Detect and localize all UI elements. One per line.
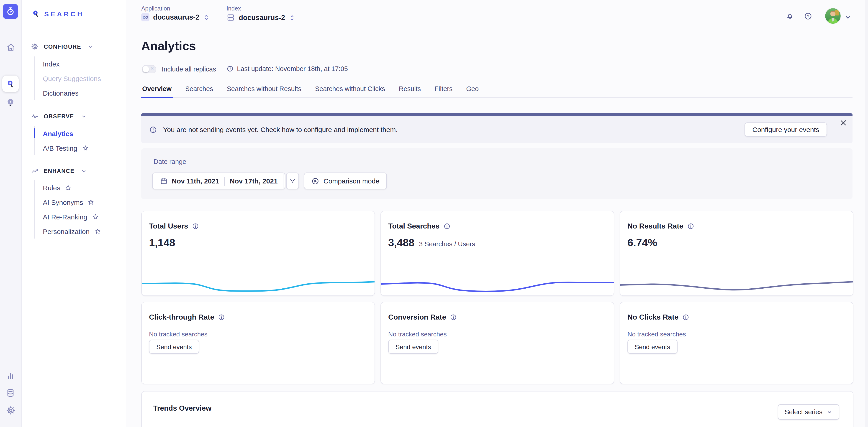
tab-searches-without-clicks[interactable]: Searches without Clicks [314,84,386,97]
search-icon [6,79,15,88]
empty-state-text: No tracked searches [388,330,447,338]
date-start: Nov 11th, 2021 [172,177,219,185]
last-update: Last update: November 18th, at 17:05 [226,65,348,72]
select-series-label: Select series [785,408,823,416]
last-update-text: Last update: November 18th, at 17:05 [237,65,348,72]
search-logo[interactable]: SEARCH [31,9,84,18]
search-logo-icon [31,9,40,18]
tab-overview[interactable]: Overview [141,84,173,98]
section-enhance[interactable]: ENHANCE [31,167,87,175]
close-icon[interactable] [840,119,847,127]
application-badge: D2 [141,13,150,22]
sidebar-item-rules[interactable]: Rules [35,180,101,195]
tab-searches[interactable]: Searches [184,84,214,97]
sidebar: SEARCH CONFIGURE Index Query Suggestions… [22,0,126,427]
chevron-down-icon [827,409,833,415]
rail-divider [4,32,17,32]
star-icon [92,213,99,220]
chevron-down-icon [81,113,86,119]
banner-message: You are not sending events yet. Check ho… [163,126,398,133]
pulse-icon [31,112,39,120]
sidebar-item-ab-testing[interactable]: A/B Testing [35,141,89,155]
usage-chart-icon[interactable] [5,370,16,381]
svg-text:?: ? [807,14,809,19]
scrollbar[interactable] [865,0,868,427]
star-icon [88,199,95,205]
send-events-button[interactable]: Send events [627,339,678,354]
alert-circle-icon [149,125,157,134]
home-icon[interactable] [5,41,16,52]
divider [283,173,283,189]
card-value: 1,148 [149,237,175,249]
help-icon[interactable]: ? [804,12,812,20]
index-value: docusaurus-2 [239,13,285,22]
info-icon[interactable] [192,223,199,230]
info-icon[interactable] [443,223,451,230]
sidebar-item-index[interactable]: Index [35,57,101,71]
user-avatar[interactable] [825,8,841,24]
trends-overview-card: Trends Overview Select series [141,391,854,427]
application-selector[interactable]: D2 docusaurus-2 [141,13,209,22]
send-events-button[interactable]: Send events [388,339,438,354]
observe-items: Analytics A/B Testing [34,126,89,155]
notifications-bell-icon[interactable] [785,12,794,20]
sidebar-item-analytics[interactable]: Analytics [35,126,89,141]
main-content: Application D2 docusaurus-2 Index docusa… [126,0,868,427]
active-indicator [34,128,35,138]
no-results-rate-card: No Results Rate 6.74% [620,211,854,296]
stopwatch-app-icon[interactable] [3,4,18,19]
tab-geo[interactable]: Geo [465,84,479,97]
analytics-tabs: Overview Searches Searches without Resul… [141,84,852,98]
data-database-icon[interactable] [5,387,16,398]
application-value: docusaurus-2 [153,13,199,22]
comparison-mode-button[interactable]: Comparison mode [304,172,386,189]
sidebar-item-query-suggestions[interactable]: Query Suggestions [35,71,101,86]
total-searches-card: Total Searches 3,488 3 Searches / Users [380,211,614,296]
section-configure[interactable]: CONFIGURE [31,43,93,51]
star-icon [65,184,72,191]
info-icon[interactable] [218,314,225,321]
configure-items: Index Query Suggestions Dictionaries [34,57,101,100]
comparison-mode-label: Comparison mode [323,177,379,185]
info-icon[interactable] [682,314,689,321]
tab-searches-without-results[interactable]: Searches without Results [226,84,302,97]
sidebar-item-dictionaries[interactable]: Dictionaries [35,86,101,100]
conversion-rate-card: Conversion Rate No tracked searches Send… [380,302,614,384]
info-icon[interactable] [450,314,457,321]
sort-arrows-icon [289,14,295,21]
sidebar-item-ai-reranking[interactable]: AI Re-Ranking [35,209,101,224]
app-viewport: SEARCH CONFIGURE Index Query Suggestions… [0,0,868,427]
events-banner: You are not sending events yet. Check ho… [141,113,852,143]
sort-arrows-icon [203,14,209,21]
search-product-active[interactable] [2,75,19,92]
filter-funnel-button[interactable] [286,172,299,189]
click-through-rate-card: Click-through Rate No tracked searches S… [141,302,375,384]
no-clicks-rate-card: No Clicks Rate No tracked searches Send … [620,302,854,384]
section-observe[interactable]: OBSERVE [31,112,86,120]
include-replicas-toggle[interactable]: ✕ [142,65,156,73]
index-selector[interactable]: docusaurus-2 [226,13,295,22]
tab-filters[interactable]: Filters [434,84,453,97]
select-series-button[interactable]: Select series [778,404,839,420]
index-label: Index [226,5,241,12]
sidebar-item-personalization[interactable]: Personalization [35,224,101,238]
user-menu-chevron-icon[interactable] [844,14,852,22]
configure-events-button[interactable]: Configure your events [745,123,827,137]
date-range-picker[interactable]: Nov 11th, 2021 Nov 17th, 2021 [152,172,285,189]
card-title: Total Searches [388,222,439,230]
settings-gear-icon[interactable] [5,405,16,416]
total-users-card: Total Users 1,148 [141,211,375,296]
index-icon [226,13,235,22]
recommend-lightbulb-icon[interactable] [5,97,16,108]
info-icon[interactable] [687,223,694,230]
sidebar-item-ai-synonyms[interactable]: AI Synonyms [35,195,101,209]
chevron-down-icon [88,44,93,50]
card-title: Conversion Rate [388,313,446,321]
star-icon [82,144,89,151]
send-events-button[interactable]: Send events [149,339,199,354]
date-end: Nov 17th, 2021 [230,177,278,185]
total-users-sparkline [142,278,375,295]
tab-results[interactable]: Results [398,84,422,97]
card-title: Click-through Rate [149,313,214,321]
gear-icon [31,43,39,51]
